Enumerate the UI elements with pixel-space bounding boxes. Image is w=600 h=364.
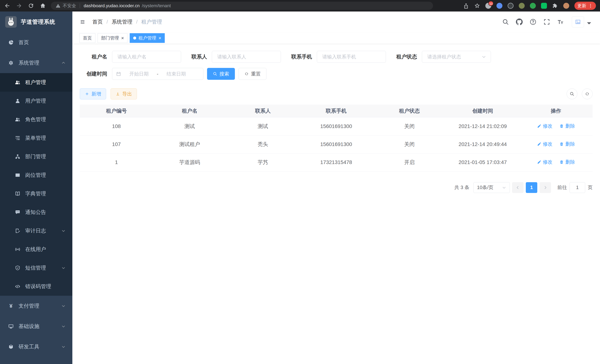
sidebar-item-sms[interactable]: 短信管理 <box>0 259 72 277</box>
edit-link[interactable]: 修改 <box>537 123 553 129</box>
menu-fold-icon[interactable] <box>80 19 85 25</box>
monitor-icon <box>8 324 14 329</box>
extension-icon-3[interactable] <box>508 3 514 9</box>
extensions-puzzle-icon[interactable] <box>552 3 558 9</box>
sidebar-item-user[interactable]: 用户管理 <box>0 92 72 110</box>
phone-input[interactable] <box>317 51 386 63</box>
sidebar-item-label: 租户管理 <box>25 79 46 86</box>
sidebar-item-system[interactable]: 系统管理 <box>0 53 72 73</box>
pagination: 共 3 条 10条/页 1 前往 页 <box>80 182 593 193</box>
close-icon[interactable]: × <box>159 36 161 40</box>
sidebar-item-label: 审计日志 <box>25 227 46 234</box>
sidebar-item-tools[interactable]: 研发工具 <box>0 336 72 357</box>
cell-status: 关闭 <box>373 135 446 153</box>
github-icon[interactable] <box>516 18 523 25</box>
search-button[interactable]: 搜索 <box>207 68 235 80</box>
sidebar-item-errcode[interactable]: 错误码管理 <box>0 277 72 296</box>
sidebar-item-menu[interactable]: 菜单管理 <box>0 129 72 147</box>
close-icon[interactable]: × <box>121 36 124 40</box>
refresh-table-button[interactable] <box>582 88 593 99</box>
tab-home[interactable]: 首页 <box>79 33 95 43</box>
cell-tenant-id: 1 <box>80 153 153 171</box>
cell-tenant-id: 107 <box>80 135 153 153</box>
breadcrumb-separator: / <box>136 19 138 25</box>
user-menu[interactable] <box>572 16 593 28</box>
breadcrumb-item[interactable]: 系统管理 <box>112 18 132 25</box>
goto-suffix: 页 <box>588 184 593 191</box>
reset-button[interactable]: 重置 <box>239 68 266 80</box>
sidebar-item-post[interactable]: 岗位管理 <box>0 166 72 184</box>
sidebar-item-label: 基础设施 <box>19 323 39 330</box>
sidebar-item-dict[interactable]: 字典管理 <box>0 184 72 203</box>
edit-link[interactable]: 修改 <box>537 141 553 147</box>
fullscreen-icon[interactable] <box>543 18 550 25</box>
contact-label: 联系人 <box>191 53 207 60</box>
extension-icon-1[interactable]: 10 <box>485 3 491 9</box>
pencil-icon <box>537 124 541 128</box>
toolbox-icon <box>8 344 14 350</box>
prev-page-button[interactable] <box>512 182 524 193</box>
browser-update-button[interactable]: 更新 <box>574 2 596 10</box>
date-start-input[interactable] <box>123 71 155 77</box>
browser-forward-icon[interactable] <box>16 3 22 9</box>
search-icon <box>570 92 574 96</box>
toggle-search-button[interactable] <box>567 88 577 99</box>
font-size-icon[interactable] <box>557 18 564 25</box>
delete-link[interactable]: 删除 <box>559 141 575 147</box>
edit-link[interactable]: 修改 <box>537 159 553 165</box>
extension-icon-2[interactable] <box>497 3 502 9</box>
browser-back-icon[interactable] <box>4 3 10 9</box>
browser-reload-icon[interactable] <box>28 3 34 9</box>
page-size-select[interactable]: 10条/页 <box>473 182 510 193</box>
delete-link[interactable]: 删除 <box>559 123 575 129</box>
tab-dept[interactable]: 部门管理 × <box>98 33 127 43</box>
sidebar-item-online[interactable]: 在线用户 <box>0 240 72 259</box>
browser-home-icon[interactable] <box>40 3 46 9</box>
page-number-current[interactable]: 1 <box>526 182 537 193</box>
sidebar-item-label: 部门管理 <box>25 153 46 160</box>
delete-link[interactable]: 删除 <box>559 159 575 165</box>
sidebar-item-notice[interactable]: 通知公告 <box>0 203 72 222</box>
extension-icon-4[interactable] <box>519 3 525 9</box>
status-select[interactable]: 请选择租户状态 <box>422 51 491 63</box>
app-title: 芋道管理系统 <box>21 18 55 26</box>
sidebar-item-pay[interactable]: ¥ 支付管理 <box>0 296 72 316</box>
breadcrumb-item[interactable]: 首页 <box>92 18 103 25</box>
date-range-picker[interactable]: - <box>112 68 203 80</box>
address-bar[interactable]: 不安全 dashboard.yudao.iocoder.cn/system/te… <box>51 2 433 10</box>
avatar[interactable] <box>572 16 584 28</box>
sidebar-item-infra[interactable]: 基础设施 <box>0 316 72 336</box>
sidebar: 芋道管理系统 首页 系统管理 租户管理 用户管理 <box>0 11 72 364</box>
browser-menu-dots-icon[interactable] <box>588 3 593 8</box>
sidebar-item-tenant[interactable]: 租户管理 <box>0 73 72 92</box>
search-form-row-2: 创建时间 - 搜索 重置 <box>80 68 593 80</box>
date-end-input[interactable] <box>161 71 192 77</box>
tab-label: 租户管理 <box>138 35 156 41</box>
bookmark-star-icon[interactable] <box>474 3 480 9</box>
help-icon[interactable] <box>529 18 536 25</box>
extension-icon-5[interactable] <box>530 3 536 9</box>
sidebar-item-audit[interactable]: 审计日志 <box>0 222 72 240</box>
browser-profile-avatar[interactable] <box>563 3 569 9</box>
app-logo[interactable]: 芋道管理系统 <box>0 11 72 32</box>
goto-page-input[interactable] <box>570 182 585 193</box>
caret-down-icon <box>502 185 506 190</box>
contact-input[interactable] <box>212 51 281 63</box>
sidebar-item-label: 短信管理 <box>25 264 46 271</box>
security-label[interactable]: 不安全 <box>63 3 76 9</box>
sidebar-item-dept[interactable]: 部门管理 <box>0 147 72 166</box>
export-button[interactable]: 导出 <box>111 88 137 99</box>
column-header: 租户状态 <box>373 105 446 117</box>
sidebar-item-home[interactable]: 首页 <box>0 32 72 53</box>
search-icon[interactable] <box>502 18 509 25</box>
column-header: 租户编号 <box>80 105 153 117</box>
share-icon[interactable] <box>463 3 469 9</box>
sidebar-item-role[interactable]: 角色管理 <box>0 110 72 129</box>
add-button[interactable]: 新增 <box>80 88 106 99</box>
tab-tenant-active[interactable]: 租户管理 × <box>130 33 165 43</box>
table-toolbar: 新增 导出 <box>80 88 593 99</box>
sidebar-item-label: 系统管理 <box>19 59 39 66</box>
next-page-button[interactable] <box>540 182 551 193</box>
tenant-name-input[interactable] <box>112 51 181 63</box>
extension-icon-6[interactable] <box>541 3 547 9</box>
